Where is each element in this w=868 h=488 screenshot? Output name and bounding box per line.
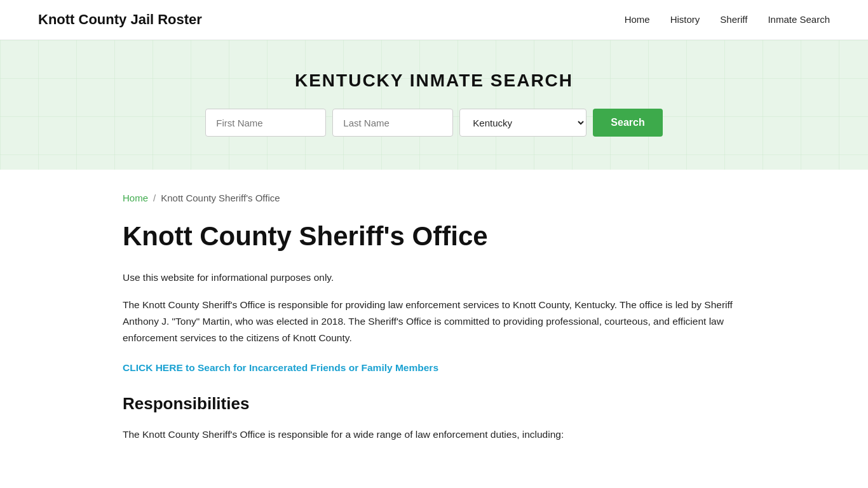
nav-item-home[interactable]: Home <box>625 14 650 25</box>
last-name-input[interactable] <box>332 109 453 137</box>
nav-item-inmate-search[interactable]: Inmate Search <box>768 14 830 25</box>
state-select[interactable]: KentuckyAlabamaAlaskaArizonaArkansasCali… <box>459 109 587 137</box>
responsibilities-heading: Responsibilities <box>123 394 745 414</box>
nav-item-history[interactable]: History <box>670 14 700 25</box>
main-nav: HomeHistorySheriffInmate Search <box>625 14 830 25</box>
page-title: Knott County Sheriff's Office <box>123 221 745 252</box>
disclaimer-text: Use this website for informational purpo… <box>123 269 745 286</box>
nav-item-sheriff[interactable]: Sheriff <box>720 14 747 25</box>
responsibilities-text: The Knott County Sheriff's Office is res… <box>123 426 745 443</box>
search-link[interactable]: CLICK HERE to Search for Incarcerated Fr… <box>123 362 438 374</box>
description-text: The Knott County Sheriff's Office is res… <box>123 297 745 347</box>
main-content: Home / Knott County Sheriff's Office Kno… <box>85 170 783 481</box>
breadcrumb-current: Knott County Sheriff's Office <box>161 193 280 203</box>
first-name-input[interactable] <box>205 109 326 137</box>
search-banner: KENTUCKY INMATE SEARCH KentuckyAlabamaAl… <box>0 40 868 170</box>
banner-title: KENTUCKY INMATE SEARCH <box>13 71 855 91</box>
site-header: Knott County Jail Roster HomeHistorySher… <box>0 0 868 40</box>
breadcrumb-home[interactable]: Home <box>123 193 148 203</box>
breadcrumb-separator: / <box>153 193 156 203</box>
breadcrumb: Home / Knott County Sheriff's Office <box>123 193 745 203</box>
nav-list: HomeHistorySheriffInmate Search <box>625 14 830 25</box>
site-logo[interactable]: Knott County Jail Roster <box>38 11 202 28</box>
search-button[interactable]: Search <box>593 109 662 137</box>
search-form: KentuckyAlabamaAlaskaArizonaArkansasCali… <box>13 109 855 137</box>
